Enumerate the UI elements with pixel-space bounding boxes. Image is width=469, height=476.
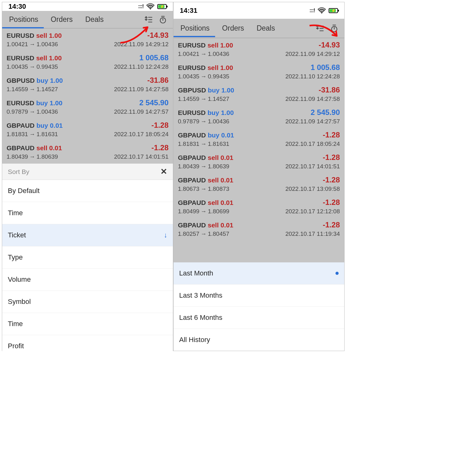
position-prices: 1.80439→1.80639 <box>7 153 58 160</box>
position-prices: 1.80439→1.80639 <box>178 163 229 170</box>
position-value: -1.28 <box>323 198 340 207</box>
position-row[interactable]: GBPUSDbuy 1.00-31.861.14559→1.145272022.… <box>2 73 173 96</box>
sort-icon[interactable] <box>144 15 153 24</box>
period-icon[interactable] <box>159 15 167 24</box>
period-option[interactable]: All History <box>174 329 344 351</box>
position-symbol: EURUSD <box>7 54 34 62</box>
position-timestamp: 2022.11.09 14:29:12 <box>285 51 340 57</box>
position-side: sell 0.01 <box>36 144 62 151</box>
position-row[interactable]: EURUSDbuy 1.002 545.900.97879→1.00436202… <box>2 96 173 118</box>
empty-area <box>174 240 344 262</box>
position-prices: 1.14559→1.14527 <box>7 86 58 93</box>
position-side: sell 1.00 <box>208 42 233 49</box>
position-value: -31.86 <box>147 76 169 85</box>
status-time: 14:30 <box>8 2 26 11</box>
position-timestamp: 2022.10.17 18:05:24 <box>285 141 340 147</box>
position-symbol: GBPAUD <box>7 144 34 151</box>
sort-option[interactable]: Symbol <box>2 291 173 313</box>
position-timestamp: 2022.10.17 14:01:51 <box>285 163 340 170</box>
tab-orders[interactable]: Orders <box>222 20 244 37</box>
position-prices: 1.00435→0.99435 <box>7 63 58 70</box>
position-row[interactable]: EURUSDbuy 1.002 545.900.97879→1.00436202… <box>174 106 344 128</box>
position-row[interactable]: EURUSDsell 1.00-14.931.00421→1.004362022… <box>2 28 173 51</box>
position-side: sell 0.01 <box>208 199 233 206</box>
positions-list[interactable]: EURUSDsell 1.00-14.931.00421→1.004362022… <box>174 38 344 240</box>
sort-option[interactable]: Time <box>2 202 173 224</box>
screen-right: 14:31 :::! ⚡ PositionsOrdersDeals EURUSD… <box>173 2 345 351</box>
tab-bar: PositionsOrdersDeals <box>2 11 173 28</box>
tab-positions[interactable]: Positions <box>180 20 209 37</box>
position-prices: 1.80257→1.80457 <box>178 231 229 237</box>
position-timestamp: 2022.10.17 11:19:34 <box>285 231 340 237</box>
position-row[interactable]: GBPAUDsell 0.01-1.281.80499→1.806992022.… <box>174 196 344 218</box>
position-row[interactable]: EURUSDsell 1.001 005.681.00435→0.9943520… <box>174 61 344 83</box>
position-row[interactable]: GBPAUDbuy 0.01-1.281.81831→1.816312022.1… <box>174 128 344 151</box>
position-row[interactable]: GBPAUDbuy 0.01-1.281.81831→1.816312022.1… <box>2 118 173 141</box>
position-row[interactable]: EURUSDsell 1.00-14.931.00421→1.004362022… <box>174 38 344 61</box>
position-value: -1.28 <box>323 221 340 229</box>
close-icon[interactable]: ✕ <box>160 167 167 176</box>
position-value: -1.28 <box>151 143 169 152</box>
position-value: -1.28 <box>151 121 169 130</box>
position-value: -14.93 <box>147 31 169 40</box>
position-side: sell 0.01 <box>208 176 233 184</box>
position-symbol: GBPUSD <box>178 87 206 94</box>
position-side: buy 1.00 <box>208 87 234 94</box>
position-symbol: GBPUSD <box>7 77 35 84</box>
sort-option[interactable]: Ticket↓ <box>2 224 173 246</box>
positions-list[interactable]: EURUSDsell 1.00-14.931.00421→1.004362022… <box>2 28 173 163</box>
tab-bar: PositionsOrdersDeals <box>174 19 344 38</box>
signal-icon: :::! <box>310 8 315 13</box>
position-timestamp: 2022.11.09 14:27:57 <box>114 108 169 115</box>
position-symbol: GBPAUD <box>178 221 206 229</box>
position-timestamp: 2022.11.09 14:29:12 <box>114 41 169 48</box>
position-side: sell 1.00 <box>208 64 233 71</box>
position-value: -14.93 <box>319 41 340 49</box>
position-timestamp: 2022.11.10 12:24:28 <box>114 63 169 70</box>
position-timestamp: 2022.11.09 14:27:57 <box>285 118 340 125</box>
position-symbol: GBPAUD <box>178 131 206 139</box>
position-timestamp: 2022.11.10 12:24:28 <box>285 73 340 80</box>
tab-orders[interactable]: Orders <box>51 11 73 28</box>
tab-positions[interactable]: Positions <box>9 11 38 28</box>
position-symbol: GBPAUD <box>178 154 206 161</box>
position-prices: 1.14559→1.14527 <box>178 96 229 102</box>
position-prices: 1.00435→0.99435 <box>178 73 229 80</box>
tab-deals[interactable]: Deals <box>257 20 275 37</box>
sort-option[interactable]: Type <box>2 246 173 269</box>
period-option[interactable]: Last 6 Months <box>174 307 344 329</box>
position-symbol: EURUSD <box>7 99 34 107</box>
period-option[interactable]: Last Month <box>174 262 344 285</box>
sortby-title: Sort By <box>8 168 29 176</box>
period-option-label: All History <box>179 336 210 344</box>
position-prices: 1.00421→1.00436 <box>7 41 58 48</box>
position-value: 2 545.90 <box>139 98 169 107</box>
position-row[interactable]: GBPAUDsell 0.01-1.281.80673→1.808732022.… <box>174 173 344 196</box>
position-side: buy 0.01 <box>36 122 63 129</box>
position-side: buy 1.00 <box>36 99 63 107</box>
tab-deals[interactable]: Deals <box>85 11 104 28</box>
sort-option[interactable]: By Default <box>2 180 173 202</box>
position-row[interactable]: GBPAUDsell 0.01-1.281.80439→1.806392022.… <box>2 141 173 163</box>
position-symbol: EURUSD <box>178 42 206 49</box>
period-option[interactable]: Last 3 Months <box>174 285 344 307</box>
sort-icon[interactable] <box>315 24 324 33</box>
sort-option-label: Time <box>8 320 23 328</box>
sort-option[interactable]: Volume <box>2 269 173 291</box>
position-prices: 0.97879→1.00436 <box>178 118 229 125</box>
sort-option-label: Type <box>8 253 23 261</box>
sort-option-label: Ticket <box>8 231 26 239</box>
period-list: Last MonthLast 3 MonthsLast 6 MonthsAll … <box>174 262 344 351</box>
position-side: buy 1.00 <box>37 77 63 84</box>
position-row[interactable]: GBPUSDbuy 1.00-31.861.14559→1.145272022.… <box>174 83 344 106</box>
position-row[interactable]: EURUSDsell 1.001 005.681.00435→0.9943520… <box>2 51 173 73</box>
period-icon[interactable] <box>330 24 339 33</box>
position-row[interactable]: GBPAUDsell 0.01-1.281.80257→1.804572022.… <box>174 218 344 240</box>
position-value: 1 005.68 <box>139 53 169 62</box>
position-timestamp: 2022.10.17 18:05:24 <box>114 131 169 138</box>
sort-option[interactable]: Time <box>2 313 173 335</box>
wifi-icon <box>146 2 155 11</box>
sort-option[interactable]: Profit <box>2 335 173 351</box>
position-side: buy 0.01 <box>208 131 234 139</box>
position-row[interactable]: GBPAUDsell 0.01-1.281.80439→1.806392022.… <box>174 151 344 173</box>
